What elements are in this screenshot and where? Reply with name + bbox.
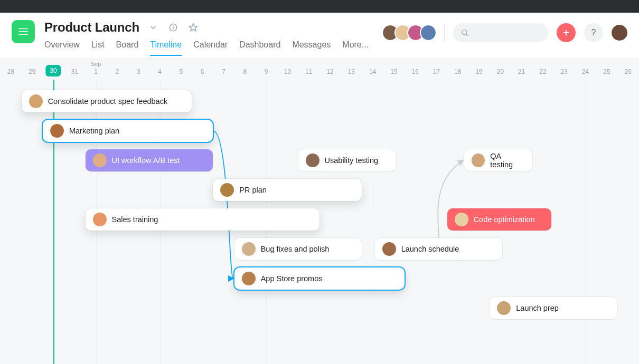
day-label: 16 xyxy=(412,68,419,75)
day-label: 13 xyxy=(348,68,355,75)
dependency-arrow xyxy=(213,131,233,279)
tab-list[interactable]: List xyxy=(91,40,105,56)
day-label: 12 xyxy=(326,68,333,75)
day-label: 24 xyxy=(582,68,589,75)
assignee-avatar xyxy=(382,242,396,256)
assignee-avatar xyxy=(306,154,320,167)
day-label: 23 xyxy=(561,68,568,75)
divider xyxy=(444,23,445,42)
svg-line-8 xyxy=(466,34,468,36)
day-label: 5 xyxy=(180,68,183,75)
task-label: UI workflow A/B test xyxy=(112,156,180,165)
project-icon xyxy=(12,20,35,43)
task-label: App Store promos xyxy=(261,274,323,283)
add-button[interactable] xyxy=(557,23,576,42)
tab-more[interactable]: More... xyxy=(342,40,369,56)
tab-overview[interactable]: Overview xyxy=(44,40,80,56)
task-abtest[interactable]: UI workflow A/B test xyxy=(86,149,213,171)
task-label: Consolidate product spec feedback xyxy=(48,97,168,106)
day-label: 31 xyxy=(71,68,78,75)
task-bugs[interactable]: Bug fixes and polish xyxy=(234,238,362,260)
task-feedback[interactable]: Consolidate product spec feedback xyxy=(22,90,192,112)
svg-point-7 xyxy=(462,30,467,35)
assignee-avatar xyxy=(242,242,256,256)
day-label: 20 xyxy=(497,68,504,75)
task-usability[interactable]: Usability testing xyxy=(298,149,396,171)
day-label: 8 xyxy=(243,68,247,75)
task-pr[interactable]: PR plan xyxy=(213,179,362,201)
gridline xyxy=(586,80,586,364)
today-marker: 30 xyxy=(45,65,61,76)
day-label: 22 xyxy=(539,68,546,75)
task-qa[interactable]: QA testing xyxy=(464,149,532,171)
window-top-bar xyxy=(0,0,639,13)
task-label: Marketing plan xyxy=(69,127,119,135)
day-label: 17 xyxy=(433,68,440,75)
day-label: 9 xyxy=(265,68,268,75)
day-label: 28 xyxy=(7,68,14,75)
day-label: 19 xyxy=(475,68,482,75)
tab-calendar[interactable]: Calendar xyxy=(193,40,228,56)
member-avatar-stack[interactable] xyxy=(385,25,436,40)
task-sales[interactable]: Sales training xyxy=(86,208,320,231)
info-icon[interactable] xyxy=(167,21,180,34)
month-label: Sep xyxy=(91,61,101,67)
timeline-canvas[interactable]: Sep2829303112345678910111213141516171819… xyxy=(0,59,639,364)
star-icon[interactable] xyxy=(187,21,200,34)
tab-dashboard[interactable]: Dashboard xyxy=(239,40,280,56)
date-rail: Sep2829303112345678910111213141516171819… xyxy=(0,59,639,80)
tab-messages[interactable]: Messages xyxy=(292,40,331,56)
gridline xyxy=(373,80,373,364)
chevron-down-icon[interactable] xyxy=(147,21,159,34)
project-tabs: OverviewListBoardTimelineCalendarDashboa… xyxy=(44,40,369,56)
assignee-avatar xyxy=(220,183,234,197)
day-label: 10 xyxy=(284,68,291,75)
task-label: QA testing xyxy=(490,152,525,169)
task-label: Usability testing xyxy=(325,156,379,165)
task-label: Sales training xyxy=(112,215,158,224)
day-label: 6 xyxy=(201,68,204,75)
task-label: Launch schedule xyxy=(401,245,459,253)
project-title: Product Launch xyxy=(44,20,139,35)
task-launchprep[interactable]: Launch prep xyxy=(490,297,617,319)
day-label: 15 xyxy=(390,68,397,75)
assignee-avatar xyxy=(93,213,107,226)
day-label: 18 xyxy=(454,68,461,75)
tab-timeline[interactable]: Timeline xyxy=(150,40,182,56)
task-appstore[interactable]: App Store promos xyxy=(234,267,405,290)
search-input[interactable] xyxy=(453,23,548,42)
member-avatar[interactable] xyxy=(421,25,436,40)
day-label: 26 xyxy=(625,68,632,75)
help-button[interactable]: ? xyxy=(584,23,603,42)
day-label: 7 xyxy=(222,68,225,75)
me-avatar[interactable] xyxy=(612,25,627,41)
tab-board[interactable]: Board xyxy=(116,40,139,56)
assignee-avatar xyxy=(93,154,107,167)
day-label: 3 xyxy=(137,68,140,75)
assignee-avatar xyxy=(50,124,64,138)
assignee-avatar xyxy=(29,94,43,108)
day-label: 29 xyxy=(29,68,35,75)
assignee-avatar xyxy=(242,272,256,285)
day-label: 1 xyxy=(94,68,98,75)
task-label: PR plan xyxy=(239,186,267,194)
day-label: 2 xyxy=(116,68,119,75)
svg-marker-6 xyxy=(189,24,197,31)
task-label: Code optimization xyxy=(474,215,535,224)
task-launchsched[interactable]: Launch schedule xyxy=(375,238,503,260)
day-label: 14 xyxy=(369,68,376,75)
day-label: 4 xyxy=(158,68,162,75)
task-label: Bug fixes and polish xyxy=(261,245,330,253)
project-header: Product Launch OverviewListBoardTimeline… xyxy=(0,13,639,59)
day-label: 25 xyxy=(603,68,610,75)
assignee-avatar xyxy=(497,301,511,315)
task-marketing[interactable]: Marketing plan xyxy=(43,120,213,142)
day-label: 21 xyxy=(518,68,525,75)
assignee-avatar xyxy=(455,213,468,226)
task-codeopt[interactable]: Code optimization xyxy=(447,208,551,231)
day-label: 11 xyxy=(305,68,312,75)
assignee-avatar xyxy=(472,154,485,167)
task-label: Launch prep xyxy=(516,304,559,312)
svg-point-5 xyxy=(173,26,174,26)
